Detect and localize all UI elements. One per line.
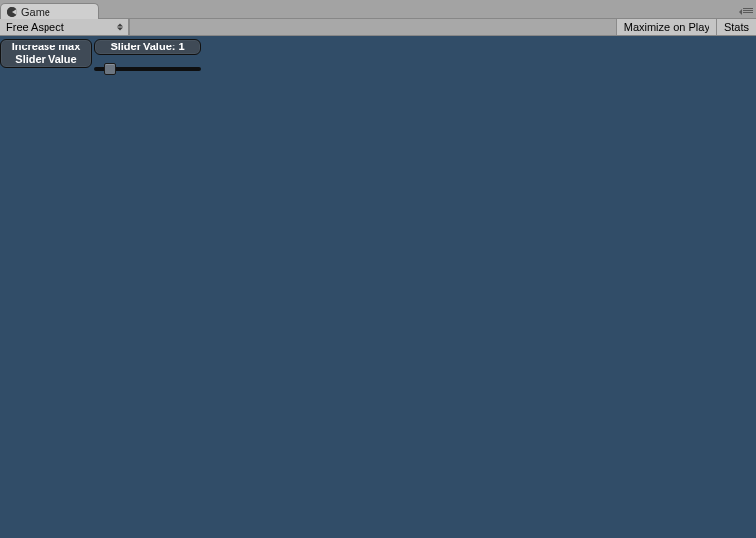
game-toolbar: Free Aspect Maximize on Play Stats (0, 18, 756, 36)
pane-options-icon[interactable] (740, 6, 753, 15)
stats-toggle[interactable]: Stats (716, 19, 756, 35)
pacman-icon (7, 7, 17, 17)
slider-input[interactable] (94, 62, 201, 76)
tab-label: Game (21, 6, 50, 18)
tab-strip: Game (0, 0, 756, 18)
maximize-label: Maximize on Play (624, 21, 709, 33)
maximize-on-play-toggle[interactable]: Maximize on Play (616, 19, 716, 35)
aspect-ratio-dropdown[interactable]: Free Aspect (0, 19, 129, 35)
slider-value-label: Slider Value: 1 (110, 41, 184, 53)
aspect-ratio-label: Free Aspect (6, 21, 64, 33)
game-viewport: Increase max Slider Value Slider Value: … (0, 36, 756, 538)
increase-button-label: Increase max Slider Value (5, 41, 87, 66)
stats-label: Stats (724, 21, 749, 33)
increase-max-slider-button[interactable]: Increase max Slider Value (0, 39, 92, 68)
tab-game[interactable]: Game (0, 3, 99, 19)
toolbar-spacer (129, 19, 616, 35)
slider-control[interactable] (94, 62, 201, 76)
updown-arrows-icon (117, 24, 123, 31)
game-view-panel: Game Free Aspect Maximize on Play Stats … (0, 0, 756, 538)
slider-value-button[interactable]: Slider Value: 1 (94, 39, 201, 55)
